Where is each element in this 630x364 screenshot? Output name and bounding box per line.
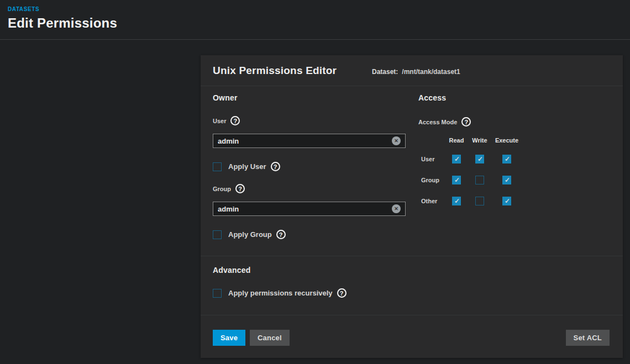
col-header-write: Write (468, 137, 491, 144)
recursive-label: Apply permissions recursively (228, 289, 333, 297)
user-input-value: admin (218, 137, 392, 145)
apply-user-help-icon[interactable]: ? (271, 162, 280, 171)
footer-divider (201, 315, 623, 315)
apply-group-row: Apply Group ? (213, 230, 286, 239)
apply-user-row: Apply User ? (213, 162, 280, 171)
advanced-divider (201, 256, 623, 256)
set-acl-button[interactable]: Set ACL (566, 330, 610, 346)
group-execute-checkbox[interactable] (502, 176, 511, 184)
group-field-label-row: Group ? (213, 184, 245, 193)
user-field-label-row: User ? (213, 116, 240, 125)
apply-group-label: Apply Group (228, 230, 272, 239)
group-clear-icon[interactable]: ✕ (392, 204, 401, 213)
card-title: Unix Permissions Editor (213, 65, 337, 77)
recursive-checkbox[interactable] (213, 289, 222, 298)
apply-user-label: Apply User (228, 162, 266, 171)
breadcrumb-datasets[interactable]: DATASETS (8, 6, 39, 12)
other-write-checkbox[interactable] (475, 197, 484, 205)
access-mode-label-row: Access Mode ? (418, 117, 471, 126)
group-label: Group (213, 186, 231, 192)
access-matrix-header: Read Write Execute (418, 136, 522, 145)
group-input[interactable]: admin ✕ (213, 202, 406, 216)
user-read-checkbox[interactable] (452, 155, 461, 163)
access-row-user: User (418, 155, 522, 163)
save-button[interactable]: Save (213, 330, 245, 346)
unix-permissions-card: Unix Permissions Editor Dataset:/mnt/tan… (201, 55, 623, 358)
card-header: Unix Permissions Editor Dataset:/mnt/tan… (201, 55, 623, 86)
group-read-checkbox[interactable] (452, 176, 461, 184)
row-label-other: Other (418, 198, 445, 204)
recursive-help-icon[interactable]: ? (337, 288, 347, 298)
user-write-checkbox[interactable] (475, 155, 484, 163)
recursive-row: Apply permissions recursively ? (213, 288, 347, 298)
user-help-icon[interactable]: ? (230, 116, 240, 125)
page-title: Edit Permissions (8, 15, 117, 31)
apply-group-checkbox[interactable] (213, 230, 222, 239)
access-row-other: Other (418, 197, 522, 205)
apply-group-help-icon[interactable]: ? (276, 230, 286, 239)
access-heading: Access (418, 93, 446, 102)
group-write-checkbox[interactable] (475, 176, 484, 184)
owner-heading: Owner (213, 93, 238, 102)
col-header-read: Read (445, 137, 468, 144)
apply-user-checkbox[interactable] (213, 162, 222, 171)
page-header: DATASETS Edit Permissions (0, 0, 630, 40)
access-mode-help-icon[interactable]: ? (461, 117, 471, 126)
access-row-group: Group (418, 176, 522, 184)
user-clear-icon[interactable]: ✕ (392, 136, 401, 145)
user-label: User (213, 118, 226, 124)
dataset-label: Dataset: (372, 68, 398, 76)
user-input[interactable]: admin ✕ (213, 134, 406, 148)
dataset-path: /mnt/tank/dataset1 (402, 68, 460, 76)
cancel-button[interactable]: Cancel (250, 330, 290, 346)
other-read-checkbox[interactable] (452, 197, 461, 205)
advanced-heading: Advanced (213, 266, 251, 275)
row-label-group: Group (418, 177, 445, 183)
col-header-execute: Execute (491, 137, 522, 144)
row-label-user: User (418, 156, 445, 162)
group-input-value: admin (218, 205, 392, 213)
dataset-info: Dataset:/mnt/tank/dataset1 (372, 68, 460, 76)
user-execute-checkbox[interactable] (502, 155, 511, 163)
other-execute-checkbox[interactable] (502, 197, 511, 205)
group-help-icon[interactable]: ? (235, 184, 245, 193)
access-mode-label: Access Mode (418, 119, 457, 125)
